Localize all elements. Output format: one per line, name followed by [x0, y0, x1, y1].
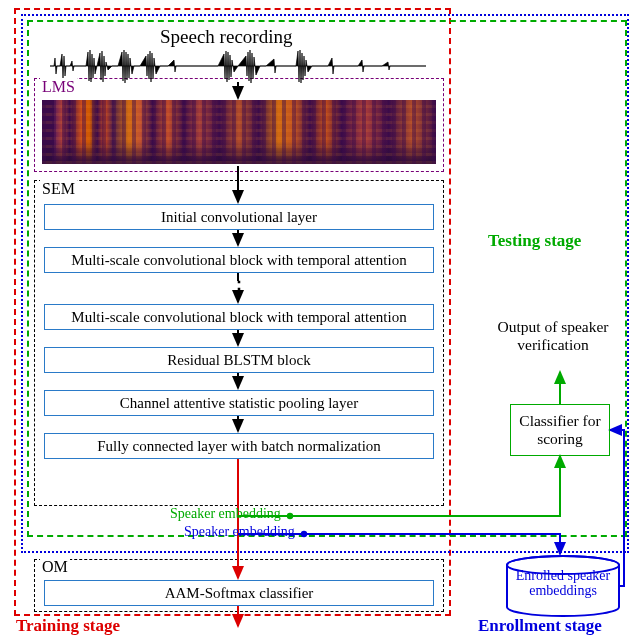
output-label: Output of speaker verification — [478, 318, 628, 354]
waveform — [50, 46, 426, 86]
om-label: OM — [40, 558, 70, 576]
layer-mscb1: Multi-scale convolutional block with tem… — [44, 247, 434, 273]
enrollment-caption: Enrollment stage — [478, 616, 602, 636]
testing-caption: Testing stage — [488, 231, 581, 251]
layer-res-blstm: Residual BLSTM block — [44, 347, 434, 373]
embedding-label-test: Speaker embedding — [170, 506, 281, 522]
training-caption: Training stage — [16, 616, 120, 636]
embedding-label-enroll: Speaker embedding — [184, 524, 295, 540]
classifier-block: Classifier for scoring — [510, 404, 610, 456]
layer-casp: Channel attentive statistic pooling laye… — [44, 390, 434, 416]
layer-mscb2: Multi-scale convolutional block with tem… — [44, 304, 434, 330]
lms-label: LMS — [40, 78, 77, 96]
svg-point-10 — [287, 513, 293, 519]
vertical-dots: ⋮ — [230, 277, 247, 299]
spectrogram — [42, 100, 436, 164]
sem-label: SEM — [40, 180, 77, 198]
speech-title: Speech recording — [160, 26, 292, 48]
db-label: Enrolled speaker embeddings — [504, 569, 622, 598]
svg-point-12 — [301, 531, 307, 537]
layer-fc-bn: Fully connected layer with batch normali… — [44, 433, 434, 459]
layer-initial-conv: Initial convolutional layer — [44, 204, 434, 230]
layer-aam: AAM-Softmax classifier — [44, 580, 434, 606]
db-cylinder: Enrolled speaker embeddings — [504, 555, 622, 617]
